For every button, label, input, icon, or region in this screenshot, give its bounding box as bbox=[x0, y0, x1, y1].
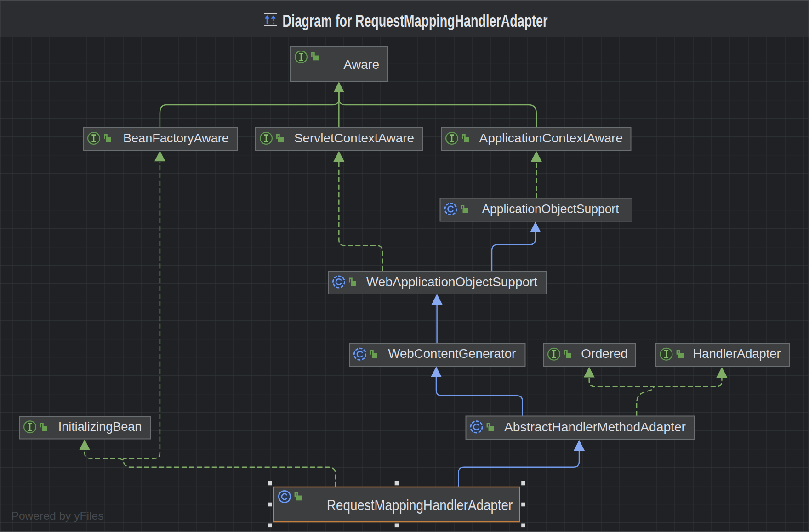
svg-text:ServletContextAware: ServletContextAware bbox=[294, 131, 414, 145]
svg-text:InitializingBean: InitializingBean bbox=[58, 420, 142, 434]
svg-text:WebApplicationObjectSupport: WebApplicationObjectSupport bbox=[366, 275, 538, 289]
svg-text:ApplicationObjectSupport: ApplicationObjectSupport bbox=[482, 202, 619, 216]
svg-text:HandlerAdapter: HandlerAdapter bbox=[693, 347, 781, 361]
svg-text:Diagram for RequestMappingHand: Diagram for RequestMappingHandlerAdapter bbox=[283, 11, 548, 30]
svg-text:WebContentGenerator: WebContentGenerator bbox=[388, 347, 516, 361]
svg-text:BeanFactoryAware: BeanFactoryAware bbox=[123, 131, 229, 145]
svg-text:AbstractHandlerMethodAdapter: AbstractHandlerMethodAdapter bbox=[504, 420, 686, 434]
svg-text:Powered by yFiles: Powered by yFiles bbox=[11, 509, 104, 522]
svg-text:RequestMappingHandlerAdapter: RequestMappingHandlerAdapter bbox=[327, 497, 513, 514]
svg-text:Aware: Aware bbox=[343, 57, 379, 72]
svg-text:ApplicationContextAware: ApplicationContextAware bbox=[479, 131, 623, 145]
svg-text:Ordered: Ordered bbox=[581, 347, 627, 361]
